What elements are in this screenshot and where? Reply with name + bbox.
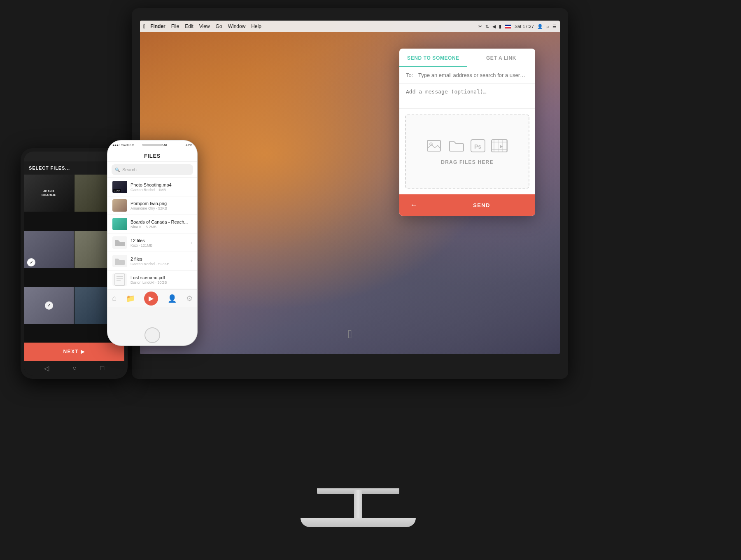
share-panel: SEND TO SOMEONE GET A LINK To: bbox=[399, 49, 535, 216]
list-item[interactable]: 12 files Kuzi · 121MB › bbox=[107, 233, 197, 252]
file-meta: Darion Lindokf · 30GB bbox=[130, 280, 192, 285]
photo-cell-5[interactable]: ✓ bbox=[24, 287, 74, 324]
file-list: 31:04 Photo Shooting.mp4 Gaetan Rochel ·… bbox=[107, 178, 197, 289]
android-header-title: SELECT FILES... bbox=[29, 166, 70, 170]
file-meta: Gaetan Rochel · 1MB bbox=[130, 188, 192, 192]
send-button[interactable]: SEND bbox=[428, 194, 535, 216]
menubar-edit[interactable]: Edit bbox=[185, 23, 193, 29]
tab-get-a-link[interactable]: GET A LINK bbox=[467, 49, 535, 67]
file-meta: Gaetan Rochel · 523KB bbox=[130, 262, 188, 266]
file-meta: Kuzi · 121MB bbox=[130, 243, 188, 247]
file-info: Photo Shooting.mp4 Gaetan Rochel · 1MB bbox=[130, 182, 192, 192]
back-arrow-icon: ← bbox=[410, 201, 417, 210]
iphone-speaker bbox=[142, 144, 163, 146]
photo-cell-3[interactable]: ✓ bbox=[24, 231, 74, 268]
file-thumb-pdf bbox=[112, 273, 127, 286]
tab-send-icon[interactable]: ▶ bbox=[144, 292, 158, 306]
menubar-view[interactable]: View bbox=[199, 23, 210, 29]
tab-send-to-someone[interactable]: SEND TO SOMEONE bbox=[399, 49, 467, 67]
iphone-tabbar: ⌂ 📁 ▶ 👤 ⚙ bbox=[107, 289, 197, 307]
list-item[interactable]: 2 files Gaetan Rochel · 523KB › bbox=[107, 252, 197, 271]
tab-contacts-icon[interactable]: 👤 bbox=[168, 294, 177, 303]
back-nav-icon[interactable]: ◁ bbox=[44, 364, 49, 372]
file-name: 2 files bbox=[130, 257, 188, 261]
file-thumb-folder2 bbox=[112, 255, 127, 267]
list-item[interactable]: Boards of Canada - Reach... Nina K. · 5.… bbox=[107, 215, 197, 233]
file-info: 12 files Kuzi · 121MB bbox=[130, 238, 188, 247]
tab-home-icon[interactable]: ⌂ bbox=[112, 294, 117, 303]
list-item[interactable]: 31:04 Photo Shooting.mp4 Gaetan Rochel ·… bbox=[107, 178, 197, 196]
share-panel-tabs: SEND TO SOMEONE GET A LINK bbox=[399, 49, 535, 67]
spotlight-icon[interactable]: ⌕ bbox=[546, 24, 549, 29]
video-icon bbox=[491, 138, 508, 154]
file-info: Boards of Canada - Reach... Nina K. · 5.… bbox=[130, 219, 192, 229]
tab-files-icon[interactable]: 📁 bbox=[126, 294, 135, 303]
android-navbar: ◁ ○ □ bbox=[24, 361, 124, 376]
iphone-inner: ●●●○ Sketch ▾ 9:41 AM 42% FILES 🔍 Search… bbox=[107, 140, 197, 345]
battery-icon: ▮ bbox=[499, 24, 501, 29]
imac-stand-base bbox=[301, 518, 416, 527]
file-thumb-img1 bbox=[112, 199, 127, 212]
file-info: Pompom twin.png Amandine Olry · 52KB bbox=[130, 201, 192, 210]
to-label: To: bbox=[406, 72, 416, 78]
file-meta: Nina K. · 5.2MB bbox=[130, 225, 192, 229]
menubar-right: ✂ ⇅ ◀ ▮ Sat 17:27 👤 ⌕ ☰ bbox=[478, 24, 557, 29]
photo-cell-1[interactable]: Je suisCHARLIE bbox=[24, 175, 74, 212]
tab-settings-icon[interactable]: ⚙ bbox=[186, 294, 193, 303]
menubar:  Finder File Edit View Go Window Help ✂… bbox=[140, 21, 560, 32]
folder-icon-small2 bbox=[114, 257, 126, 266]
image-icon bbox=[426, 138, 444, 154]
apple-logo:  bbox=[348, 328, 352, 341]
file-name: Pompom twin.png bbox=[130, 201, 192, 206]
imac-screen:  Finder File Edit View Go Window Help ✂… bbox=[140, 21, 560, 354]
pdf-icon bbox=[114, 273, 125, 286]
imac:  Finder File Edit View Go Window Help ✂… bbox=[132, 8, 585, 527]
menubar-file[interactable]: File bbox=[171, 23, 179, 29]
home-nav-icon[interactable]: ○ bbox=[72, 364, 77, 372]
iphone-carrier: ●●●○ Sketch ▾ bbox=[112, 143, 134, 147]
folder-icon bbox=[448, 138, 465, 154]
file-thumb-img2 bbox=[112, 218, 127, 230]
file-name: 12 files bbox=[130, 238, 188, 243]
svg-rect-12 bbox=[115, 274, 125, 285]
menulist-icon[interactable]: ☰ bbox=[552, 24, 557, 29]
menubar-help[interactable]: Help bbox=[251, 23, 261, 29]
menubar-items: Finder File Edit View Go Window Help bbox=[150, 23, 478, 29]
wifi-icon: ⇅ bbox=[485, 24, 489, 29]
file-thumb-video: 31:04 bbox=[112, 181, 127, 193]
back-button[interactable]: ← bbox=[399, 194, 428, 216]
menubar-finder[interactable]: Finder bbox=[150, 23, 165, 29]
file-info: Lost scenario.pdf Darion Lindokf · 30GB bbox=[130, 275, 192, 285]
file-meta: Amandine Olry · 52KB bbox=[130, 206, 192, 210]
list-item[interactable]: Lost scenario.pdf Darion Lindokf · 30GB bbox=[107, 271, 197, 289]
volume-icon: ◀ bbox=[492, 24, 496, 29]
svg-text:Ps: Ps bbox=[474, 143, 481, 150]
share-dropzone[interactable]: Ps bbox=[405, 114, 529, 189]
send-label: SEND bbox=[473, 202, 490, 208]
apple-menu-icon[interactable]:  bbox=[143, 23, 145, 30]
dropzone-icons: Ps bbox=[426, 138, 508, 154]
svg-marker-11 bbox=[500, 145, 503, 148]
search-box[interactable]: 🔍 Search bbox=[112, 164, 193, 175]
search-icon: 🔍 bbox=[115, 168, 120, 172]
iphone-search: 🔍 Search bbox=[107, 162, 197, 178]
menubar-window[interactable]: Window bbox=[228, 23, 246, 29]
next-button[interactable]: NEXT ▶ bbox=[24, 343, 124, 361]
iphone-battery: 42% bbox=[186, 143, 192, 147]
folder-arrow2: › bbox=[191, 259, 192, 264]
photoshop-icon: Ps bbox=[469, 138, 487, 154]
user-icon: 👤 bbox=[537, 24, 543, 29]
recents-nav-icon[interactable]: □ bbox=[100, 364, 105, 372]
iphone-header-title: FILES bbox=[113, 153, 191, 159]
iphone-header: FILES bbox=[107, 149, 197, 162]
file-name: Photo Shooting.mp4 bbox=[130, 182, 192, 187]
recipient-input[interactable] bbox=[418, 72, 529, 78]
share-actions: ← SEND bbox=[399, 194, 535, 216]
iphone-home-button[interactable] bbox=[144, 327, 160, 343]
menubar-go[interactable]: Go bbox=[216, 23, 222, 29]
message-input[interactable] bbox=[406, 89, 529, 102]
list-item[interactable]: Pompom twin.png Amandine Olry · 52KB bbox=[107, 196, 197, 215]
share-panel-body: To: bbox=[399, 67, 535, 216]
drag-files-text: DRAG FILES HERE bbox=[441, 159, 493, 165]
search-placeholder: Search bbox=[122, 167, 137, 172]
